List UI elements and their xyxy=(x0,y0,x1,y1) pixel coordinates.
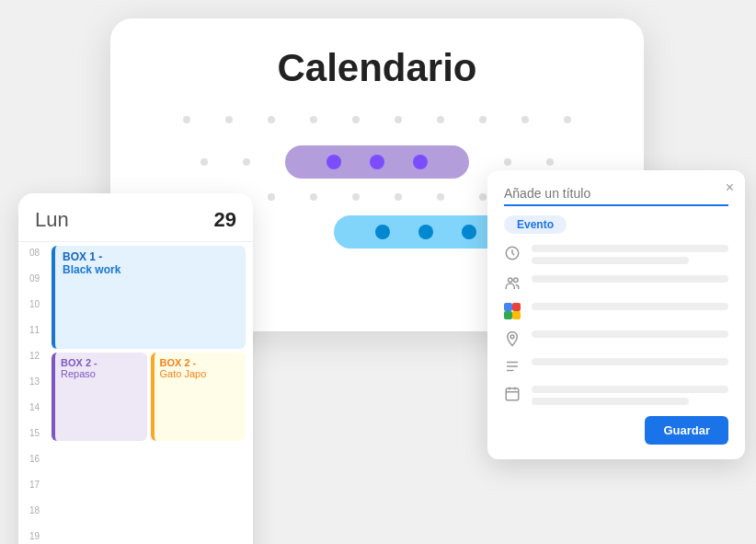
clock-icon xyxy=(504,245,521,261)
day-label: Lun xyxy=(35,208,69,232)
form-line xyxy=(532,330,728,338)
bg-dot xyxy=(352,116,360,123)
location-icon xyxy=(504,330,521,347)
calendar-field-lines xyxy=(532,386,728,405)
svg-rect-6 xyxy=(512,311,521,319)
svg-rect-4 xyxy=(512,303,521,311)
svg-rect-5 xyxy=(504,311,512,319)
time-11: 11 xyxy=(29,323,42,349)
svg-rect-11 xyxy=(506,388,519,400)
title-input[interactable] xyxy=(504,186,728,206)
day-number: 29 xyxy=(214,208,236,232)
box2-events-row: BOX 2 - Repaso BOX 2 - Gato Japo xyxy=(52,353,246,441)
time-09: 09 xyxy=(29,272,42,297)
bg-dot xyxy=(200,158,208,166)
events-column: BOX 1 - Black work BOX 2 - Repaso BOX 2 … xyxy=(48,246,253,544)
bg-dot xyxy=(479,193,487,201)
svg-rect-3 xyxy=(504,303,512,311)
form-clock-row xyxy=(504,245,728,264)
bg-dot xyxy=(243,158,250,166)
purple-dot xyxy=(370,155,384,169)
bg-dot xyxy=(225,116,233,123)
purple-pill xyxy=(285,145,469,179)
purple-dot xyxy=(326,155,341,169)
people-field-lines xyxy=(532,275,728,283)
svg-point-2 xyxy=(514,278,519,283)
form-people-row xyxy=(504,275,728,292)
maps-field-lines xyxy=(532,303,728,310)
bg-dot xyxy=(183,116,190,123)
time-column: 08 09 10 11 12 13 14 15 16 17 18 19 20 2… xyxy=(18,246,48,544)
form-notes-row xyxy=(504,358,728,375)
event-box2b-title: BOX 2 - xyxy=(160,357,241,368)
time-14: 14 xyxy=(29,400,42,426)
form-line xyxy=(532,245,728,252)
event-box2b-subtitle: Gato Japo xyxy=(160,368,241,379)
bg-dot xyxy=(437,116,444,123)
bg-dot xyxy=(268,193,275,201)
bg-dot xyxy=(437,193,444,201)
event-box2a-subtitle: Repaso xyxy=(61,368,142,379)
form-maps-row xyxy=(504,303,728,319)
bg-dot xyxy=(546,158,554,166)
event-box2a[interactable]: BOX 2 - Repaso xyxy=(52,353,147,441)
event-box1-title: BOX 1 - xyxy=(63,250,238,263)
form-line xyxy=(532,386,728,393)
event-box1-subtitle: Black work xyxy=(63,263,238,276)
bg-dot xyxy=(504,158,511,166)
time-17: 17 xyxy=(29,478,42,503)
close-button[interactable]: × xyxy=(726,179,734,196)
event-type-button[interactable]: Evento xyxy=(504,215,567,234)
form-calendar-row xyxy=(504,386,728,405)
people-icon xyxy=(504,275,521,292)
calendar-header: Lun 29 xyxy=(18,208,253,241)
time-13: 13 xyxy=(29,375,42,400)
svg-point-7 xyxy=(510,335,514,339)
event-box1[interactable]: BOX 1 - Black work xyxy=(52,246,246,349)
form-location-row xyxy=(504,330,728,347)
blue-dot xyxy=(462,225,476,239)
form-line xyxy=(532,303,728,310)
bg-dot xyxy=(395,193,402,201)
event-form-panel: × Evento xyxy=(487,170,745,459)
location-field-lines xyxy=(532,330,728,338)
time-19: 19 xyxy=(29,529,42,544)
form-line xyxy=(532,257,689,264)
bg-dot xyxy=(310,193,317,201)
calendar-body: 08 09 10 11 12 13 14 15 16 17 18 19 20 2… xyxy=(18,246,253,544)
main-title: Calendario xyxy=(277,46,476,90)
form-line xyxy=(532,358,728,365)
bg-dot xyxy=(352,193,360,201)
calendar-panel: Lun 29 08 09 10 11 12 13 14 15 16 17 18 … xyxy=(18,193,253,544)
notes-field-lines xyxy=(532,358,728,365)
time-12: 12 xyxy=(29,349,42,375)
time-18: 18 xyxy=(29,503,42,529)
time-10: 10 xyxy=(29,297,42,323)
svg-point-1 xyxy=(509,278,513,283)
blue-dot xyxy=(418,225,433,239)
event-box2b[interactable]: BOX 2 - Gato Japo xyxy=(151,353,246,441)
calendar-icon xyxy=(504,386,521,402)
form-line xyxy=(532,275,728,283)
bg-dot xyxy=(310,116,317,123)
bg-dot xyxy=(479,116,487,123)
notes-icon xyxy=(504,358,521,375)
bg-dot xyxy=(521,116,529,123)
time-15: 15 xyxy=(29,426,42,452)
form-line xyxy=(532,398,689,405)
bg-dot xyxy=(564,116,571,123)
time-08: 08 xyxy=(29,246,42,272)
clock-field-lines xyxy=(532,245,728,264)
event-box2a-title: BOX 2 - xyxy=(61,357,142,368)
blue-dot xyxy=(375,225,390,239)
maps-icon xyxy=(504,303,521,319)
calendar-divider xyxy=(18,241,253,242)
bg-dot xyxy=(268,116,275,123)
time-16: 16 xyxy=(29,452,42,478)
save-button[interactable]: Guardar xyxy=(645,416,728,445)
purple-dot xyxy=(413,155,428,169)
form-footer: Guardar xyxy=(504,416,728,445)
bg-dot xyxy=(395,116,402,123)
